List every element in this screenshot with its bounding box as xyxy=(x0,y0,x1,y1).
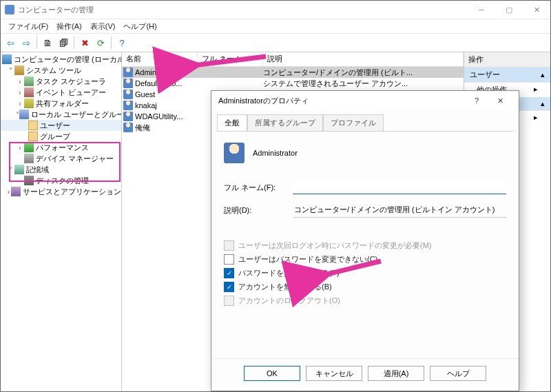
app-icon xyxy=(5,5,14,14)
tree-device-manager[interactable]: デバイス マネージャー xyxy=(1,153,121,164)
chk-account-disabled[interactable]: ✓アカウントを無効にする(B) xyxy=(224,282,506,292)
fullname-input[interactable] xyxy=(293,181,506,194)
tab-general[interactable]: 全般 xyxy=(217,114,247,131)
chk-must-change: ユーザーは次回ログオン時にパスワードの変更が必要(M) xyxy=(224,240,506,251)
dialog-close-button[interactable]: ✕ xyxy=(488,92,512,109)
identity-name: Administrator xyxy=(253,149,298,157)
tree-root[interactable]: コンピューターの管理 (ローカル) xyxy=(1,54,121,65)
dialog-help-button[interactable]: ? xyxy=(465,92,488,109)
col-name[interactable]: 名前 xyxy=(122,52,198,66)
fullname-label: フル ネーム(F): xyxy=(224,183,293,193)
tree-shared-folders[interactable]: ›共有フォルダー xyxy=(1,98,121,109)
tree-users[interactable]: ユーザー xyxy=(1,120,121,131)
back-button[interactable]: ⇦ xyxy=(3,36,17,50)
minimize-button[interactable]: ─ xyxy=(468,1,495,19)
tree-event-viewer[interactable]: ›イベント ビューアー xyxy=(1,87,121,98)
tab-profile[interactable]: プロファイル xyxy=(323,114,384,131)
menu-file[interactable]: ファイル(F) xyxy=(5,21,52,32)
dialog-title: Administratorのプロパティ xyxy=(218,96,309,106)
col-desc[interactable]: 説明 xyxy=(263,52,464,66)
tree-disk-mgmt[interactable]: ディスクの管理 xyxy=(1,175,121,186)
window-title: コンピューターの管理 xyxy=(18,5,94,15)
tree-storage[interactable]: ˅記憶域 xyxy=(1,164,121,175)
chk-locked-out: アカウントのロックアウト(O) xyxy=(224,296,506,306)
chk-never-expire[interactable]: ✓パスワードを無期限にする(P) xyxy=(224,268,506,278)
col-fullname[interactable]: フル ネーム xyxy=(198,52,263,66)
tree-local-users-groups[interactable]: ˅ローカル ユーザーとグループ xyxy=(1,109,121,120)
list-item[interactable]: DefaultAcco...システムで管理されるユーザー アカウン... xyxy=(122,78,464,89)
delete-button[interactable]: ✖ xyxy=(78,36,92,50)
tree-services-apps[interactable]: ›サービスとアプリケーション xyxy=(1,186,121,197)
tab-member-of[interactable]: 所属するグループ xyxy=(247,114,323,131)
tree-task-scheduler[interactable]: ›タスク スケジューラ xyxy=(1,76,121,87)
chk-cannot-change[interactable]: ユーザーはパスワードを変更できない(C) xyxy=(224,254,506,265)
list-item-administrator[interactable]: Administratorコンピューター/ドメインの管理用 (ビルト... xyxy=(122,67,464,78)
help-button[interactable]: ヘルプ xyxy=(430,366,486,381)
maximize-button[interactable]: ▢ xyxy=(495,1,523,19)
help2-button[interactable]: ? xyxy=(115,36,129,50)
menu-action[interactable]: 操作(A) xyxy=(53,21,85,32)
apply-button[interactable]: 適用(A) xyxy=(368,366,424,381)
chevron-up-icon: ▴ xyxy=(541,70,545,79)
chevron-up-icon: ▴ xyxy=(541,99,545,108)
props-button[interactable]: 🗐 xyxy=(56,36,70,50)
refresh-button[interactable]: ⟳ xyxy=(94,36,107,50)
tree-groups[interactable]: グループ xyxy=(1,131,121,142)
menu-view[interactable]: 表示(V) xyxy=(87,21,119,32)
description-label: 説明(D): xyxy=(224,205,293,216)
user-icon xyxy=(224,143,245,163)
actions-group-users[interactable]: ユーザー▴ xyxy=(464,68,550,83)
tree-system-tools[interactable]: ˅システム ツール xyxy=(1,65,121,76)
ok-button[interactable]: OK xyxy=(244,366,300,381)
actions-header: 操作 xyxy=(464,52,550,68)
forward-button[interactable]: ⇨ xyxy=(19,36,33,50)
up-button[interactable]: 🗎 xyxy=(41,36,54,50)
menu-help[interactable]: ヘルプ(H) xyxy=(120,21,160,32)
cancel-button[interactable]: キャンセル xyxy=(306,366,362,381)
description-input[interactable]: コンピューター/ドメインの管理用 (ビルトイン アカウント) xyxy=(293,203,506,218)
tree-performance[interactable]: ›パフォーマンス xyxy=(1,142,121,153)
close-button[interactable]: ✕ xyxy=(523,1,550,19)
